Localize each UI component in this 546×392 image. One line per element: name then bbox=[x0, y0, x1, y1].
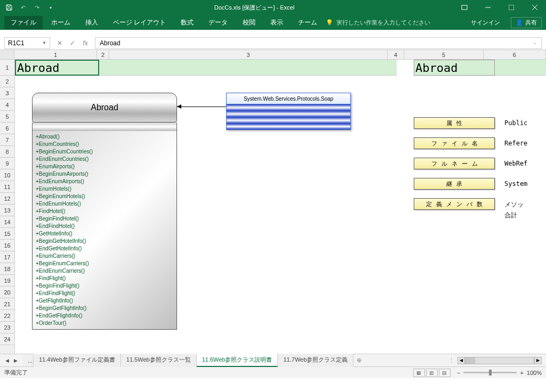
sheet-tabs-bar: ◀ ▶ ... 11.4Web参照ファイル定義書11.5Web参照クラス一覧11… bbox=[0, 354, 546, 366]
fx-button[interactable]: fx bbox=[80, 38, 91, 48]
column-headers: 1 2 3 4 5 6 bbox=[0, 50, 546, 60]
col-header[interactable]: 4 bbox=[388, 50, 404, 59]
minimize-button[interactable] bbox=[477, 0, 499, 15]
qat-customize-icon[interactable]: ▾ bbox=[46, 3, 55, 12]
close-button[interactable] bbox=[524, 0, 546, 15]
class-member: +EnumCarriers() bbox=[36, 252, 173, 260]
tab-review[interactable]: 校閲 bbox=[236, 16, 262, 29]
col-header[interactable]: 2 bbox=[97, 50, 109, 59]
formula-expand-icon[interactable]: ⌄ bbox=[533, 40, 537, 45]
share-button[interactable]: 👤 共有 bbox=[511, 17, 542, 28]
row-header[interactable]: 17 bbox=[0, 251, 14, 263]
window-title: DocCs.xls [保護ビュー] - Excel bbox=[55, 4, 453, 12]
class-member: +EndEnumAirports() bbox=[36, 178, 173, 185]
tab-insert[interactable]: 挿入 bbox=[79, 16, 105, 29]
row-header[interactable]: 16 bbox=[0, 240, 14, 251]
tab-file[interactable]: ファイル bbox=[4, 16, 43, 29]
row-header[interactable]: 9 bbox=[0, 158, 14, 169]
maximize-button[interactable] bbox=[500, 0, 523, 15]
row-header[interactable]: 12 bbox=[0, 193, 14, 205]
select-all-corner[interactable] bbox=[0, 50, 14, 59]
hscroll-left[interactable]: ◀ bbox=[457, 357, 465, 364]
tab-formulas[interactable]: 数式 bbox=[174, 16, 200, 29]
cells-area[interactable]: Abroad Abroad Abroad +Abroad()+EnumCount… bbox=[15, 60, 546, 354]
sheet-tab[interactable]: 11.4Web参照ファイル定義書 bbox=[34, 354, 121, 367]
ribbon-display-button[interactable] bbox=[453, 0, 476, 15]
row-header[interactable]: 23 bbox=[0, 322, 14, 333]
class-member: +EnumCountries() bbox=[36, 141, 173, 148]
sheet-nav-prev[interactable]: ◀ bbox=[3, 357, 11, 364]
formula-value: Abroad bbox=[100, 39, 121, 47]
info-value: Refere bbox=[504, 140, 527, 147]
cell-r1c6[interactable] bbox=[495, 60, 546, 76]
redo-icon[interactable]: ↷ bbox=[32, 3, 42, 12]
class-member: +EnumAirports() bbox=[36, 163, 173, 170]
sheet-nav-next[interactable]: ▶ bbox=[12, 357, 19, 364]
cell-r1c5[interactable]: Abroad bbox=[414, 60, 495, 76]
formula-input[interactable]: Abroad ⌄ bbox=[95, 37, 542, 49]
zoom-slider[interactable] bbox=[463, 372, 517, 373]
add-sheet-button[interactable]: ⊕ bbox=[354, 357, 364, 364]
name-box[interactable]: R1C1 ▼ bbox=[4, 37, 50, 49]
tab-data[interactable]: データ bbox=[202, 16, 234, 29]
row-header[interactable]: 6 bbox=[0, 123, 14, 134]
class-member: +EndEnumHotels() bbox=[36, 200, 173, 208]
row-header[interactable]: 5 bbox=[0, 111, 14, 123]
zoom-out-button[interactable]: − bbox=[457, 370, 460, 376]
row-header[interactable]: 2 bbox=[0, 76, 14, 87]
svg-rect-0 bbox=[462, 5, 467, 10]
row-header[interactable]: 4 bbox=[0, 99, 14, 111]
sheet-tab[interactable]: 11.5Web参照クラス一覧 bbox=[121, 354, 197, 367]
row-header[interactable]: 22 bbox=[0, 310, 14, 322]
view-pagebreak-button[interactable]: ▤ bbox=[439, 369, 451, 377]
class-member: +EndEnumCarriers() bbox=[36, 267, 173, 275]
class-member: +OrderTour() bbox=[36, 320, 173, 327]
sheet-tab[interactable]: 11.6Web参照クラス説明書 bbox=[197, 354, 278, 367]
row-header[interactable]: 3 bbox=[0, 87, 14, 99]
zoom-in-button[interactable]: + bbox=[520, 370, 523, 376]
row-header[interactable]: 18 bbox=[0, 263, 14, 275]
tab-team[interactable]: チーム bbox=[292, 16, 324, 29]
zoom-level[interactable]: 100% bbox=[527, 370, 542, 376]
row-header[interactable]: 15 bbox=[0, 228, 14, 240]
tell-me-search[interactable]: 💡 実行したい作業を入力してください bbox=[326, 19, 430, 27]
col-header[interactable]: 6 bbox=[484, 50, 546, 59]
row-header[interactable]: 20 bbox=[0, 287, 14, 298]
sheet-tab-ellipsis[interactable]: ... bbox=[22, 355, 34, 366]
share-icon: 👤 bbox=[516, 19, 523, 26]
signin-button[interactable]: サインイン bbox=[467, 18, 504, 28]
save-icon[interactable] bbox=[4, 3, 14, 12]
class-member: +BeginFindHotel() bbox=[36, 215, 173, 223]
info-label: ファイル名 bbox=[414, 137, 495, 149]
cell-r1c1[interactable]: Abroad bbox=[15, 60, 99, 76]
chevron-down-icon[interactable]: ▼ bbox=[42, 40, 46, 45]
row-header[interactable]: 21 bbox=[0, 298, 14, 310]
row-header[interactable]: 1 bbox=[0, 60, 14, 76]
cell-r1c3[interactable] bbox=[99, 60, 397, 76]
cancel-formula-button[interactable]: ✕ bbox=[54, 38, 65, 48]
view-normal-button[interactable]: ▦ bbox=[413, 369, 425, 377]
undo-icon[interactable]: ↶ bbox=[18, 3, 28, 12]
row-header[interactable]: 19 bbox=[0, 275, 14, 287]
col-header[interactable]: 5 bbox=[404, 50, 484, 59]
class-member: +GetFlightInfo() bbox=[36, 297, 173, 305]
row-header[interactable]: 10 bbox=[0, 169, 14, 181]
worksheet-grid[interactable]: 1 2 3 4 5 6 1234567891011121314151617181… bbox=[0, 50, 546, 354]
sheet-tab[interactable]: 11.7Web参照クラス定義 bbox=[278, 354, 354, 367]
hscroll-right[interactable]: ▶ bbox=[534, 357, 542, 364]
col-header[interactable]: 1 bbox=[14, 50, 97, 59]
view-pagelayout-button[interactable]: ▥ bbox=[426, 369, 438, 377]
row-header[interactable]: 14 bbox=[0, 216, 14, 228]
row-header[interactable]: 13 bbox=[0, 205, 14, 216]
row-header[interactable]: 8 bbox=[0, 146, 14, 158]
row-header[interactable]: 7 bbox=[0, 134, 14, 146]
col-header[interactable]: 3 bbox=[109, 50, 388, 59]
row-header[interactable]: 11 bbox=[0, 181, 14, 193]
tab-pagelayout[interactable]: ページ レイアウト bbox=[107, 16, 172, 29]
horizontal-scrollbar[interactable] bbox=[465, 357, 534, 364]
enter-formula-button[interactable]: ✓ bbox=[67, 38, 78, 48]
tab-home[interactable]: ホーム bbox=[45, 16, 77, 29]
tab-view[interactable]: 表示 bbox=[264, 16, 290, 29]
row-header[interactable]: 24 bbox=[0, 333, 14, 345]
statusbar: 準備完了 ▦ ▥ ▤ − + 100% bbox=[0, 366, 546, 378]
